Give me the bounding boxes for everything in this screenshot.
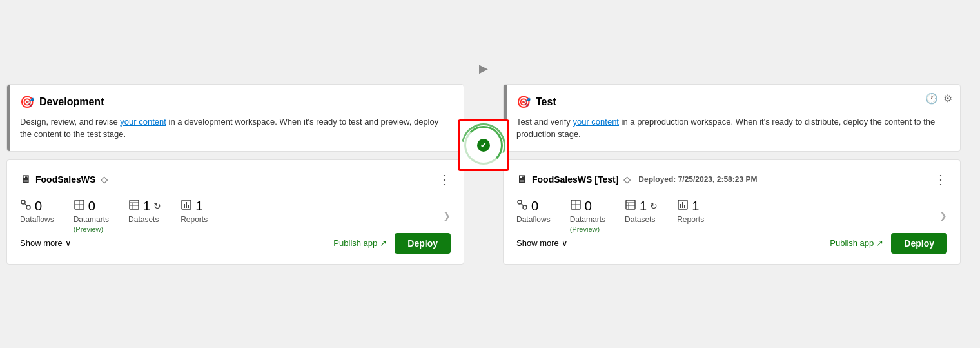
dev-deploy-button[interactable]: Deploy <box>395 233 451 254</box>
stage-connector: ▶ ✔ <box>464 84 503 179</box>
stages-row: 🎯 Development Design, review, and revise… <box>6 84 961 265</box>
test-show-more[interactable]: Show more ∨ <box>516 238 568 248</box>
dev-dataflows-label: Dataflows <box>20 215 54 224</box>
development-title-text: Development <box>39 96 104 108</box>
svg-rect-6 <box>130 200 139 209</box>
connector-dashed-line <box>464 179 503 179</box>
dev-show-more-label: Show more <box>20 238 63 248</box>
svg-rect-25 <box>680 204 681 208</box>
test-publish-app-label: Publish app <box>830 238 874 248</box>
svg-rect-26 <box>682 202 683 208</box>
development-workspace-card: 🖥 FoodSalesWS ◇ ⋮ <box>6 159 464 265</box>
svg-rect-11 <box>184 204 185 208</box>
dev-datasets-label: Datasets <box>128 215 159 224</box>
test-diamond-icon: ◇ <box>623 174 631 185</box>
test-deploy-label: Deploy <box>904 238 934 249</box>
test-icon: 🎯 <box>516 95 531 109</box>
dev-reports-count: 1 <box>195 199 202 214</box>
test-footer-actions: Publish app ↗ Deploy <box>830 233 947 254</box>
svg-line-2 <box>25 203 27 205</box>
test-header-actions: 🕐 ⚙ <box>925 92 952 105</box>
test-stats-row: 0 Dataflows 0 Datam <box>516 199 947 233</box>
svg-rect-20 <box>626 200 635 209</box>
dev-stat-dataflows: 0 Dataflows <box>20 199 54 233</box>
dev-deploy-label: Deploy <box>407 238 438 249</box>
pipeline-container: 🎯 Development Design, review, and revise… <box>6 84 974 265</box>
dev-diamond-icon: ◇ <box>101 174 108 185</box>
test-workspace-title: 🖥 FoodSalesWS [Test] ◇ Deployed: 7/25/20… <box>516 174 757 185</box>
test-datasets-icon <box>625 199 636 214</box>
history-icon[interactable]: 🕐 <box>925 92 938 105</box>
test-datamarts-count: 0 <box>585 199 592 214</box>
dev-show-more[interactable]: Show more ∨ <box>20 238 72 248</box>
dataflows-icon <box>20 199 32 214</box>
test-show-more-label: Show more <box>516 238 559 248</box>
test-dataflows-icon <box>516 199 528 214</box>
test-link[interactable]: your content <box>573 117 619 127</box>
test-title-text: Test <box>536 96 556 108</box>
dev-workspace-title: 🖥 FoodSalesWS ◇ <box>20 174 108 185</box>
test-stats-chevron[interactable]: ❯ <box>939 210 947 221</box>
dev-more-options[interactable]: ⋮ <box>438 173 451 186</box>
test-reports-count: 1 <box>692 199 699 214</box>
dev-stats-row: 0 Dataflows 0 Datam <box>20 199 451 233</box>
test-external-link-icon: ↗ <box>876 238 883 248</box>
dev-datamarts-label: Datamarts <box>74 215 109 224</box>
dev-datasets-refresh[interactable]: ↻ <box>153 201 161 211</box>
dev-publish-app-link[interactable]: Publish app ↗ <box>333 238 387 248</box>
reports-icon <box>181 199 192 214</box>
datamarts-icon <box>74 199 85 214</box>
dev-stats-grid: 0 Dataflows 0 Datam <box>20 199 443 233</box>
gear-icon[interactable]: ⚙ <box>943 92 952 105</box>
dev-stat-datasets: 1 ↻ Datasets <box>128 199 161 233</box>
test-datasets-refresh[interactable]: ↻ <box>650 201 658 211</box>
dev-workspace-header: 🖥 FoodSalesWS ◇ ⋮ <box>20 173 451 186</box>
dev-datamarts-sublabel: (Preview) <box>74 225 103 233</box>
test-datasets-label: Datasets <box>625 215 655 224</box>
test-stat-datasets: 1 ↻ Datasets <box>625 199 658 233</box>
test-workspace-footer: Show more ∨ Publish app ↗ Deploy <box>516 233 947 254</box>
test-dataflows-label: Dataflows <box>516 215 551 224</box>
dev-reports-label: Reports <box>181 215 208 224</box>
svg-line-16 <box>522 203 524 205</box>
test-dataflows-count: 0 <box>531 199 538 214</box>
test-publish-app-link[interactable]: Publish app ↗ <box>830 238 883 248</box>
test-deployed-text: Deployed: 7/25/2023, 2:58:23 PM <box>638 175 757 184</box>
test-stage: 🎯 Test 🕐 ⚙ Test and verify your content … <box>503 84 961 265</box>
test-deploy-button[interactable]: Deploy <box>891 233 947 254</box>
svg-point-1 <box>26 205 30 209</box>
dev-footer-actions: Publish app ↗ Deploy <box>333 233 451 254</box>
svg-point-14 <box>518 200 522 204</box>
test-datamarts-sublabel: (Preview) <box>570 225 600 233</box>
dev-bar <box>7 85 10 151</box>
dev-stat-reports: 1 Reports <box>181 199 208 233</box>
dev-external-link-icon: ↗ <box>380 238 387 248</box>
test-stats-grid: 0 Dataflows 0 Datam <box>516 199 939 233</box>
svg-rect-27 <box>684 205 685 208</box>
test-workspace-header: 🖥 FoodSalesWS [Test] ◇ Deployed: 7/25/20… <box>516 173 947 186</box>
svg-point-0 <box>21 200 25 204</box>
dev-workspace-icon: 🖥 <box>20 174 30 185</box>
development-stage: 🎯 Development Design, review, and revise… <box>6 84 464 265</box>
test-title: 🎯 Test <box>516 95 947 109</box>
dev-stats-chevron[interactable]: ❯ <box>443 210 451 221</box>
test-header: 🎯 Test 🕐 ⚙ Test and verify your content … <box>503 84 961 152</box>
test-stat-datamarts: 0 Datamarts (Preview) <box>570 199 605 233</box>
test-workspace-card: 🖥 FoodSalesWS [Test] ◇ Deployed: 7/25/20… <box>503 159 961 265</box>
dev-stat-datamarts: 0 Datamarts (Preview) <box>74 199 109 233</box>
dev-datamarts-count: 0 <box>88 199 95 214</box>
dev-link[interactable]: your content <box>120 117 166 127</box>
test-description: Test and verify your content in a prepro… <box>516 116 947 141</box>
development-icon: 🎯 <box>20 95 34 109</box>
datasets-icon <box>128 199 140 214</box>
test-workspace-name: FoodSalesWS [Test] <box>532 174 618 185</box>
dev-publish-app-label: Publish app <box>333 238 377 248</box>
svg-rect-13 <box>188 205 189 208</box>
dev-show-more-chevron: ∨ <box>65 238 72 248</box>
test-more-options[interactable]: ⋮ <box>934 173 947 186</box>
development-header: 🎯 Development Design, review, and revise… <box>6 84 464 152</box>
deploy-animation-overlay: ✔ <box>458 119 509 171</box>
svg-rect-12 <box>186 202 187 208</box>
test-stat-reports: 1 Reports <box>677 199 704 233</box>
test-datamarts-label: Datamarts <box>570 215 605 224</box>
